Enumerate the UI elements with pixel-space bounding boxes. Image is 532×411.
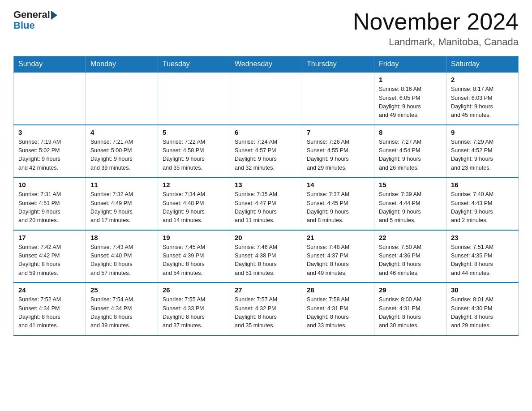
logo-arrow-icon: [51, 11, 57, 20]
calendar-cell: [230, 72, 302, 125]
day-info: Sunrise: 7:46 AM Sunset: 4:38 PM Dayligh…: [235, 243, 297, 278]
calendar-cell: 18Sunrise: 7:43 AM Sunset: 4:40 PM Dayli…: [86, 230, 158, 283]
day-number: 1: [379, 76, 442, 83]
day-number: 8: [379, 128, 442, 136]
weekday-header-wednesday: Wednesday: [230, 56, 302, 73]
day-number: 10: [18, 181, 81, 188]
day-number: 15: [379, 181, 442, 188]
calendar-cell: 16Sunrise: 7:40 AM Sunset: 4:43 PM Dayli…: [446, 177, 519, 230]
day-info: Sunrise: 7:24 AM Sunset: 4:57 PM Dayligh…: [235, 138, 297, 173]
day-number: 6: [235, 128, 297, 136]
day-number: 27: [235, 286, 297, 294]
day-info: Sunrise: 7:27 AM Sunset: 4:54 PM Dayligh…: [379, 138, 442, 173]
calendar-cell: 20Sunrise: 7:46 AM Sunset: 4:38 PM Dayli…: [230, 230, 302, 283]
day-info: Sunrise: 8:01 AM Sunset: 4:30 PM Dayligh…: [451, 295, 514, 330]
calendar-cell: 4Sunrise: 7:21 AM Sunset: 5:00 PM Daylig…: [86, 125, 158, 178]
calendar-cell: 15Sunrise: 7:39 AM Sunset: 4:44 PM Dayli…: [374, 177, 446, 230]
day-number: 16: [451, 181, 514, 188]
calendar-cell: 24Sunrise: 7:52 AM Sunset: 4:34 PM Dayli…: [14, 283, 86, 335]
day-number: 7: [307, 128, 369, 136]
calendar-cell: 21Sunrise: 7:48 AM Sunset: 4:37 PM Dayli…: [302, 230, 374, 283]
calendar-header-row: SundayMondayTuesdayWednesdayThursdayFrid…: [14, 56, 519, 73]
day-info: Sunrise: 7:51 AM Sunset: 4:35 PM Dayligh…: [451, 243, 514, 278]
calendar-cell: 22Sunrise: 7:50 AM Sunset: 4:36 PM Dayli…: [374, 230, 446, 283]
day-info: Sunrise: 7:35 AM Sunset: 4:47 PM Dayligh…: [235, 190, 297, 225]
calendar-cell: 9Sunrise: 7:29 AM Sunset: 4:52 PM Daylig…: [446, 125, 519, 178]
day-number: 30: [451, 286, 514, 294]
day-info: Sunrise: 7:43 AM Sunset: 4:40 PM Dayligh…: [90, 243, 153, 278]
weekday-header-monday: Monday: [86, 56, 158, 73]
day-info: Sunrise: 7:45 AM Sunset: 4:39 PM Dayligh…: [163, 243, 225, 278]
day-number: 22: [379, 234, 442, 241]
calendar-cell: [86, 72, 158, 125]
calendar-cell: 2Sunrise: 8:17 AM Sunset: 6:03 PM Daylig…: [446, 72, 519, 125]
calendar-table: SundayMondayTuesdayWednesdayThursdayFrid…: [13, 56, 519, 336]
calendar-cell: 11Sunrise: 7:32 AM Sunset: 4:49 PM Dayli…: [86, 177, 158, 230]
calendar-cell: [302, 72, 374, 125]
calendar-week-row-3: 10Sunrise: 7:31 AM Sunset: 4:51 PM Dayli…: [14, 177, 519, 230]
day-info: Sunrise: 7:26 AM Sunset: 4:55 PM Dayligh…: [307, 138, 369, 173]
day-info: Sunrise: 7:48 AM Sunset: 4:37 PM Dayligh…: [307, 243, 369, 278]
calendar-cell: 26Sunrise: 7:55 AM Sunset: 4:33 PM Dayli…: [158, 283, 230, 335]
calendar-cell: 23Sunrise: 7:51 AM Sunset: 4:35 PM Dayli…: [446, 230, 519, 283]
logo-general-text: General: [13, 9, 50, 21]
day-number: 4: [90, 128, 153, 136]
calendar-cell: 27Sunrise: 7:57 AM Sunset: 4:32 PM Dayli…: [230, 283, 302, 335]
day-info: Sunrise: 7:58 AM Sunset: 4:31 PM Dayligh…: [307, 295, 369, 330]
day-info: Sunrise: 7:39 AM Sunset: 4:44 PM Dayligh…: [379, 190, 442, 225]
day-number: 11: [90, 181, 153, 188]
day-info: Sunrise: 7:42 AM Sunset: 4:42 PM Dayligh…: [18, 243, 81, 278]
day-number: 28: [307, 286, 369, 294]
day-number: 23: [451, 234, 514, 241]
calendar-cell: 17Sunrise: 7:42 AM Sunset: 4:42 PM Dayli…: [14, 230, 86, 283]
calendar-cell: 10Sunrise: 7:31 AM Sunset: 4:51 PM Dayli…: [14, 177, 86, 230]
day-info: Sunrise: 7:40 AM Sunset: 4:43 PM Dayligh…: [451, 190, 514, 225]
day-info: Sunrise: 7:52 AM Sunset: 4:34 PM Dayligh…: [18, 295, 81, 330]
day-number: 5: [163, 128, 225, 136]
day-info: Sunrise: 7:21 AM Sunset: 5:00 PM Dayligh…: [90, 138, 153, 173]
calendar-cell: 13Sunrise: 7:35 AM Sunset: 4:47 PM Dayli…: [230, 177, 302, 230]
day-number: 21: [307, 234, 369, 241]
calendar-week-row-2: 3Sunrise: 7:19 AM Sunset: 5:02 PM Daylig…: [14, 125, 519, 178]
page-header: General Blue November 2024 Landmark, Man…: [13, 9, 519, 48]
weekday-header-thursday: Thursday: [302, 56, 374, 73]
calendar-cell: 29Sunrise: 8:00 AM Sunset: 4:31 PM Dayli…: [374, 283, 446, 335]
calendar-cell: 19Sunrise: 7:45 AM Sunset: 4:39 PM Dayli…: [158, 230, 230, 283]
calendar-cell: 5Sunrise: 7:22 AM Sunset: 4:58 PM Daylig…: [158, 125, 230, 178]
calendar-cell: 7Sunrise: 7:26 AM Sunset: 4:55 PM Daylig…: [302, 125, 374, 178]
day-number: 17: [18, 234, 81, 241]
calendar-cell: 14Sunrise: 7:37 AM Sunset: 4:45 PM Dayli…: [302, 177, 374, 230]
calendar-cell: 30Sunrise: 8:01 AM Sunset: 4:30 PM Dayli…: [446, 283, 519, 335]
day-number: 12: [163, 181, 225, 188]
day-info: Sunrise: 7:19 AM Sunset: 5:02 PM Dayligh…: [18, 138, 81, 173]
day-number: 24: [18, 286, 81, 294]
calendar-week-row-5: 24Sunrise: 7:52 AM Sunset: 4:34 PM Dayli…: [14, 283, 519, 335]
day-info: Sunrise: 8:17 AM Sunset: 6:03 PM Dayligh…: [451, 85, 514, 120]
day-info: Sunrise: 7:29 AM Sunset: 4:52 PM Dayligh…: [451, 138, 514, 173]
calendar-cell: 28Sunrise: 7:58 AM Sunset: 4:31 PM Dayli…: [302, 283, 374, 335]
day-number: 18: [90, 234, 153, 241]
calendar-cell: 6Sunrise: 7:24 AM Sunset: 4:57 PM Daylig…: [230, 125, 302, 178]
calendar-cell: 8Sunrise: 7:27 AM Sunset: 4:54 PM Daylig…: [374, 125, 446, 178]
day-info: Sunrise: 7:57 AM Sunset: 4:32 PM Dayligh…: [235, 295, 297, 330]
day-info: Sunrise: 7:50 AM Sunset: 4:36 PM Dayligh…: [379, 243, 442, 278]
day-number: 3: [18, 128, 81, 136]
logo-blue-text: Blue: [13, 20, 35, 31]
day-number: 13: [235, 181, 297, 188]
month-title: November 2024: [353, 9, 519, 34]
calendar-cell: 25Sunrise: 7:54 AM Sunset: 4:34 PM Dayli…: [86, 283, 158, 335]
day-info: Sunrise: 8:00 AM Sunset: 4:31 PM Dayligh…: [379, 295, 442, 330]
weekday-header-sunday: Sunday: [14, 56, 86, 73]
day-info: Sunrise: 7:31 AM Sunset: 4:51 PM Dayligh…: [18, 190, 81, 225]
day-number: 29: [379, 286, 442, 294]
weekday-header-saturday: Saturday: [446, 56, 519, 73]
day-info: Sunrise: 7:55 AM Sunset: 4:33 PM Dayligh…: [163, 295, 225, 330]
day-number: 25: [90, 286, 153, 294]
location-subtitle: Landmark, Manitoba, Canada: [353, 36, 519, 48]
logo: General Blue: [13, 9, 57, 31]
calendar-cell: 3Sunrise: 7:19 AM Sunset: 5:02 PM Daylig…: [14, 125, 86, 178]
day-number: 19: [163, 234, 225, 241]
calendar-week-row-4: 17Sunrise: 7:42 AM Sunset: 4:42 PM Dayli…: [14, 230, 519, 283]
day-number: 9: [451, 128, 514, 136]
day-info: Sunrise: 8:16 AM Sunset: 6:05 PM Dayligh…: [379, 85, 442, 120]
